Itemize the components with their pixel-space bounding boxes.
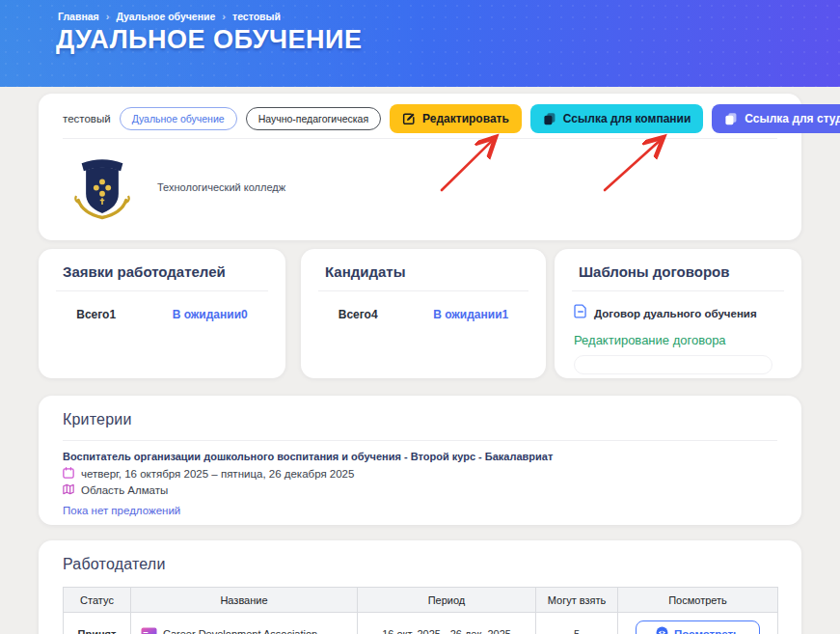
- contract-document-name: Договор дуального обучения: [594, 308, 757, 319]
- eye-icon: [656, 626, 668, 634]
- edit-button-label: Редактировать: [422, 112, 509, 125]
- employer-requests-title: Заявки работодателей: [39, 249, 285, 280]
- company-name: Career Development Association: [163, 628, 317, 634]
- breadcrumb-separator-icon: ›: [106, 11, 110, 22]
- employers-card: Работодатели Статус Название Период Могу…: [39, 540, 801, 634]
- map-icon: [63, 483, 74, 497]
- page: Главная › Дуальное обучение › тестовый Д…: [0, 0, 840, 634]
- row-period: 16 окт. 2025 - 26 дек. 2025: [358, 613, 536, 634]
- tag-dual-education: Дуальное обучение: [120, 107, 237, 130]
- employers-title: Работодатели: [39, 540, 801, 573]
- student-link-button[interactable]: Ссылка для студента: [712, 104, 840, 133]
- contract-panel-outline: [574, 355, 772, 374]
- breadcrumb-home[interactable]: Главная: [58, 11, 99, 22]
- table-header-row: Статус Название Период Могут взять Посмо…: [64, 588, 778, 613]
- employer-requests-pending-link[interactable]: В ожидании0: [173, 308, 248, 321]
- page-header: Главная › Дуальное обучение › тестовый Д…: [0, 0, 840, 87]
- employer-requests-card: Заявки работодателей Всего1 В ожидании0: [39, 249, 285, 378]
- tag-scientific-pedagogical: Научно-педагогическая: [246, 107, 381, 130]
- breadcrumb-current[interactable]: тестовый: [232, 11, 281, 22]
- contract-templates-card: Шаблоны договоров Договор дуального обуч…: [555, 249, 801, 378]
- breadcrumb-dual-education[interactable]: Дуальное обучение: [116, 11, 215, 22]
- criteria-dates: четверг, 16 октября 2025 – пятница, 26 д…: [81, 468, 354, 480]
- candidates-title: Кандидаты: [301, 249, 546, 280]
- criteria-card: Критерии Воспитатель организации дошколь…: [39, 396, 801, 525]
- view-button-label: Посмотреть: [674, 628, 740, 634]
- breadcrumb-separator-icon: ›: [222, 11, 226, 22]
- column-view: Посмотреть: [618, 588, 778, 613]
- copy-icon: [724, 112, 738, 125]
- candidates-total: Всего4: [339, 308, 378, 321]
- criteria-empty-message: Пока нет предложений: [63, 505, 180, 516]
- column-status: Статус: [64, 588, 131, 613]
- column-name: Название: [131, 588, 358, 613]
- criteria-location: Область Алматы: [81, 484, 168, 496]
- status-badge: Принят: [64, 613, 131, 634]
- calendar-icon: [63, 467, 74, 481]
- criteria-position: Воспитатель организации дошкольного восп…: [63, 451, 553, 462]
- criteria-title: Критерии: [39, 396, 801, 428]
- table-row: Принят Career Development Association 16…: [64, 613, 778, 634]
- profile-name: тестовый: [63, 113, 111, 124]
- employer-requests-total: Всего1: [76, 308, 116, 321]
- company-link-label: Ссылка для компании: [563, 112, 691, 125]
- college-row: Технологический колледж: [63, 148, 285, 227]
- document-icon: [574, 304, 587, 322]
- college-name: Технологический колледж: [157, 181, 285, 193]
- row-capacity: 5: [536, 613, 618, 634]
- candidates-pending-link[interactable]: В ожидании1: [433, 308, 508, 321]
- page-title: ДУАЛЬНОЕ ОБУЧЕНИЕ: [56, 25, 362, 55]
- employers-table: Статус Название Период Могут взять Посмо…: [63, 587, 778, 634]
- contract-templates-title: Шаблоны договоров: [555, 249, 801, 280]
- company-link-button[interactable]: Ссылка для компании: [530, 104, 703, 133]
- divider: [63, 440, 777, 441]
- company-logo: [141, 627, 157, 634]
- contract-edit-link[interactable]: Редактирование договора: [574, 333, 726, 347]
- divider: [56, 290, 268, 291]
- profile-card: тестовый Дуальное обучение Научно-педаго…: [39, 94, 801, 240]
- student-link-label: Ссылка для студента: [745, 112, 840, 125]
- divider: [318, 290, 528, 291]
- edit-button[interactable]: Редактировать: [390, 104, 522, 133]
- candidates-card: Кандидаты Всего4 В ожидании1: [301, 249, 546, 378]
- column-capacity: Могут взять: [536, 588, 618, 613]
- view-button[interactable]: Посмотреть: [636, 620, 760, 634]
- edit-pencil-icon: [402, 112, 416, 125]
- divider: [572, 290, 784, 291]
- breadcrumb: Главная › Дуальное обучение › тестовый: [58, 11, 281, 22]
- college-logo: [63, 148, 142, 227]
- copy-icon: [543, 112, 556, 125]
- contract-document-row[interactable]: Договор дуального обучения: [574, 304, 801, 322]
- profile-toolbar: тестовый Дуальное обучение Научно-педаго…: [39, 94, 801, 133]
- column-period: Период: [358, 588, 536, 613]
- divider: [63, 138, 777, 139]
